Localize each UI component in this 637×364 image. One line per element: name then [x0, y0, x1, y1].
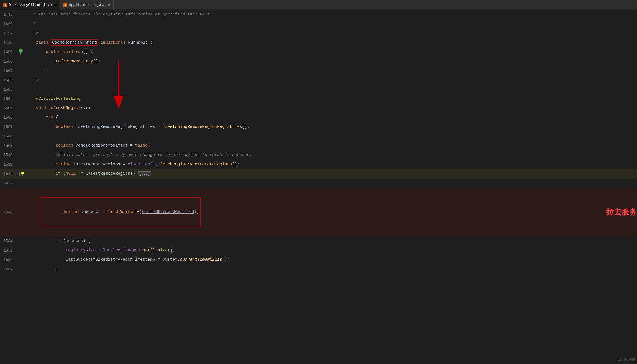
- code-content-1497: */: [25, 29, 637, 38]
- code-content-1496: *: [25, 19, 637, 29]
- code-line-1509: 1509 boolean remoteRegionsModified = fal…: [0, 141, 637, 150]
- debug-icon-1499: ↑: [19, 49, 23, 56]
- code-content-1509: boolean remoteRegionsModified = false;: [25, 141, 637, 150]
- code-line-1497: 1497 */: [0, 29, 637, 38]
- code-line-1537: 1537 }: [0, 265, 637, 274]
- code-content-1502: }: [25, 76, 637, 85]
- code-content-1501: }: [25, 66, 637, 76]
- line-number-1506: 1506: [0, 115, 17, 120]
- code-line-1535: 1535 registrySize = localRegionApps.get(…: [0, 246, 637, 255]
- line-number-1505: 1505: [0, 106, 17, 110]
- line-number-1501: 1501: [0, 69, 17, 73]
- gutter-1512: + 💡: [17, 172, 25, 176]
- code-line-1504: 1504 @VisibleForTesting: [0, 94, 637, 104]
- code-content-1511: String latestRemoteRegions = clientConfi…: [25, 160, 637, 169]
- code-line-1506: 1506 try {: [0, 113, 637, 122]
- line-number-1537: 1537: [0, 267, 17, 271]
- code-line-1510: 1510 // This makes sure that a dynamic c…: [0, 150, 637, 160]
- line-number-1503: 1503: [0, 87, 17, 92]
- line-number-1510: 1510: [0, 153, 17, 157]
- tab-applications[interactable]: J Applications.java ✕: [60, 0, 114, 10]
- code-content-1510: // This makes sure that a dynamic change…: [25, 150, 637, 160]
- code-content-1500: refreshRegistry();: [25, 57, 637, 66]
- gutter-1499: ↑: [17, 49, 25, 56]
- line-number-1536: 1536: [0, 258, 17, 262]
- chinese-label-fetch-service: 拉去服务: [606, 207, 637, 217]
- line-number-1504: 1504: [0, 97, 17, 101]
- code-line-1534: 1534 if (success) {: [0, 236, 637, 246]
- tab-bar: J DiscoveryClient.java ✕ J Applications.…: [0, 0, 637, 10]
- line-number-1512: 1512: [0, 172, 17, 176]
- code-line-1532: 1532: [0, 179, 637, 188]
- code-line-1505: 1505 void refreshRegistry() {: [0, 104, 637, 113]
- line-number-1509: 1509: [0, 144, 17, 148]
- code-content-1498: class CacheRefreshThread implements Runn…: [25, 38, 637, 47]
- tab-discovery-close[interactable]: ✕: [55, 3, 57, 7]
- line-number-1500: 1500: [0, 59, 17, 64]
- code-line-1512: 1512 + 💡 if (null != latestRemoteRegions…: [0, 169, 637, 179]
- code-line-1498: 1498 class CacheRefreshThread implements…: [0, 38, 637, 47]
- tab-applications-label: Applications.java: [69, 3, 106, 7]
- code-content-1537: }: [25, 265, 637, 274]
- code-line-1495: 1495 * The task that fetches the registr…: [0, 10, 637, 19]
- line-number-1502: 1502: [0, 78, 17, 82]
- line-number-1532: 1532: [0, 181, 17, 185]
- fold-icon-1512[interactable]: +: [17, 172, 20, 176]
- code-line-1499: 1499 ↑ public void run() {: [0, 47, 637, 57]
- watermark: CSDN @豆杯积: [615, 358, 635, 362]
- hint-icon-1512: 💡: [20, 172, 25, 176]
- line-number-1533: 1533: [0, 210, 17, 214]
- line-number-1496: 1496: [0, 22, 17, 26]
- line-number-1499: 1499: [0, 50, 17, 54]
- line-number-1507: 1507: [0, 125, 17, 129]
- code-line-1533: 1533 boolean success = fetchRegistry(rem…: [0, 188, 637, 236]
- code-content-1512: if (null != latestRemoteRegions) {...}: [25, 169, 637, 179]
- code-line-1507: 1507 boolean isFetchingRemoteRegionRegis…: [0, 122, 637, 132]
- code-content-1499: public void run() {: [25, 47, 637, 57]
- line-number-1495: 1495: [0, 12, 17, 17]
- code-content-1507: boolean isFetchingRemoteRegionRegistries…: [25, 122, 637, 132]
- line-number-1508: 1508: [0, 134, 17, 139]
- code-content-1536: lastSuccessfulRegistryFetchTimestamp = S…: [25, 255, 637, 265]
- code-content-1534: if (success) {: [25, 236, 637, 246]
- code-line-1496: 1496 *: [0, 19, 637, 29]
- code-content-1533: boolean success = fetchRegistry(remoteRe…: [25, 188, 598, 236]
- line-number-1511: 1511: [0, 162, 17, 167]
- line-number-1534: 1534: [0, 239, 17, 243]
- code-content-1504: @VisibleForTesting: [25, 94, 637, 104]
- code-content-1505: void refreshRegistry() {: [25, 104, 637, 113]
- code-line-1500: 1500 refreshRegistry();: [0, 57, 637, 66]
- code-line-1501: 1501 }: [0, 66, 637, 76]
- code-line-1511: 1511 String latestRemoteRegions = client…: [0, 160, 637, 169]
- code-line-1508: 1508: [0, 132, 637, 141]
- code-line-1536: 1536 lastSuccessfulRegistryFetchTimestam…: [0, 255, 637, 265]
- code-content-1506: try {: [25, 113, 637, 122]
- line-number-1497: 1497: [0, 31, 17, 36]
- java-icon-applications: J: [63, 3, 67, 7]
- tab-discovery[interactable]: J DiscoveryClient.java ✕: [0, 0, 60, 10]
- code-content-1495: * The task that fetches the registry inf…: [25, 10, 637, 19]
- code-line-1502: 1502 }: [0, 76, 637, 85]
- tab-discovery-label: DiscoveryClient.java: [9, 3, 52, 7]
- java-icon-discovery: J: [3, 3, 7, 7]
- tab-applications-close[interactable]: ✕: [108, 3, 110, 7]
- editor-area: 1495 * The task that fetches the registr…: [0, 10, 637, 274]
- code-content-1535: registrySize = localRegionApps.get().siz…: [25, 246, 637, 255]
- line-number-1498: 1498: [0, 41, 17, 45]
- line-number-1535: 1535: [0, 248, 17, 253]
- code-line-1503: 1503: [0, 85, 637, 94]
